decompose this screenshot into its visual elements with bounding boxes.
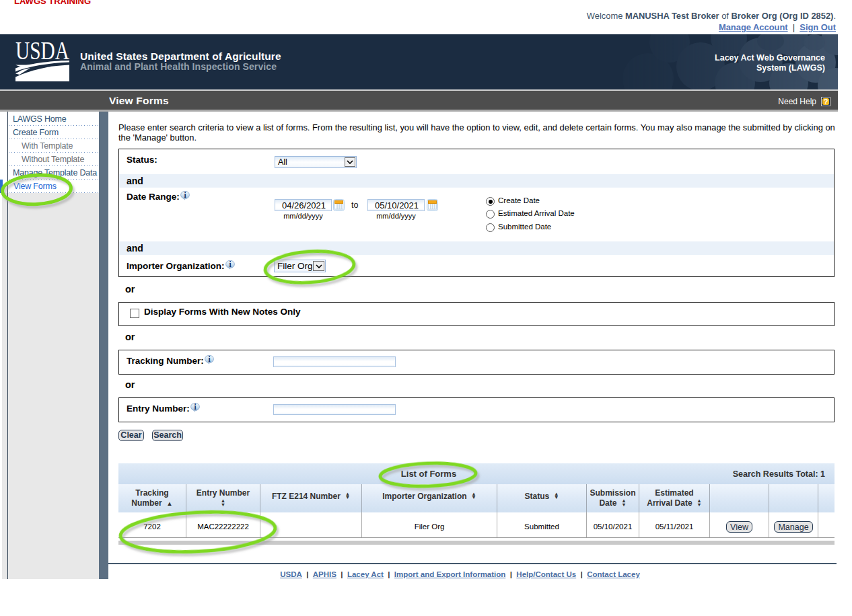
svg-text:?: ? — [824, 98, 828, 106]
svg-text:USDA: USDA — [15, 38, 69, 65]
